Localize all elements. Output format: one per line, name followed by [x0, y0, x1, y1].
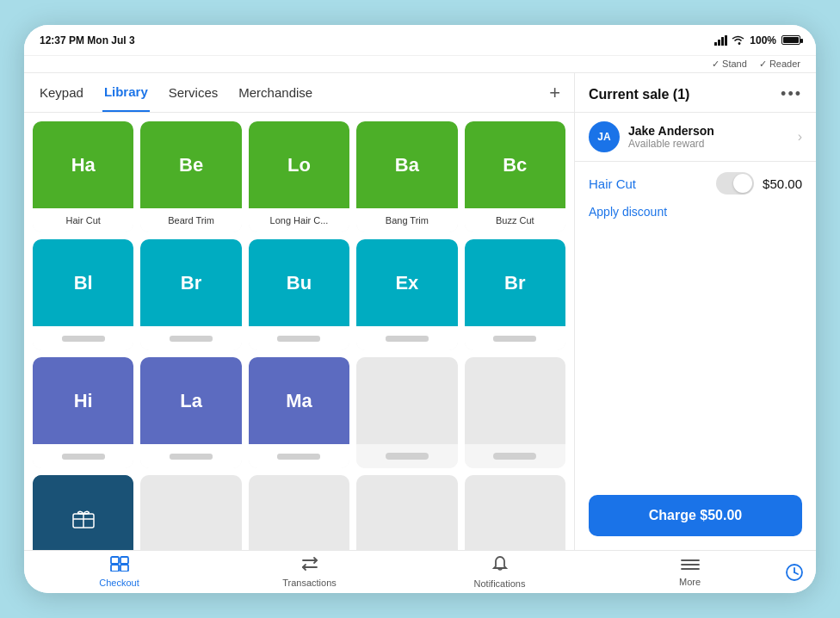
tab-keypad[interactable]: Keypad: [38, 73, 85, 112]
svg-rect-2: [721, 37, 724, 46]
svg-rect-12: [111, 557, 119, 564]
nav-transactions[interactable]: Transactions: [214, 556, 405, 588]
clock-icon: [785, 563, 804, 582]
nav-more[interactable]: More: [595, 557, 785, 587]
list-item[interactable]: Bc Buzz Cut: [465, 121, 565, 232]
current-sale-title: Current sale (1): [589, 87, 689, 102]
grid-row-specials: Gift cards: [33, 475, 565, 550]
nav-checkout[interactable]: Checkout: [24, 556, 214, 588]
list-item[interactable]: Hi: [33, 357, 133, 468]
stand-status: Stand: [712, 59, 747, 70]
more-options-button[interactable]: •••: [781, 85, 802, 103]
item-grid: Ha Hair Cut Be Beard Trim Lo Long Hair C…: [24, 113, 574, 550]
tab-merchandise[interactable]: Merchandise: [237, 73, 314, 112]
battery-icon: [781, 35, 800, 45]
customer-row[interactable]: JA Jake Anderson Available reward ›: [575, 113, 816, 162]
list-item[interactable]: Br: [140, 239, 241, 350]
left-panel: Keypad Library Services Merchandise + Ha…: [24, 73, 575, 550]
svg-rect-3: [725, 35, 727, 46]
svg-rect-14: [111, 565, 119, 572]
checkout-icon: [110, 556, 129, 576]
sale-item-row: Hair Cut $50.00: [589, 172, 802, 195]
status-bar: 12:37 PM Mon Jul 3 100%: [24, 25, 816, 56]
gift-card-icon: [70, 505, 97, 533]
nav-checkout-label: Checkout: [99, 578, 139, 588]
list-item[interactable]: Bl: [33, 239, 133, 350]
status-time: 12:37 PM Mon Jul 3: [40, 34, 135, 46]
bottom-nav: Checkout Transactions Notifications: [24, 550, 816, 593]
clock-button[interactable]: [785, 563, 816, 582]
customer-info: Jake Anderson Available reward: [628, 124, 798, 150]
customer-reward: Available reward: [628, 138, 798, 150]
sale-item-toggle[interactable]: [716, 172, 754, 195]
current-sale-header: Current sale (1) •••: [575, 73, 816, 113]
chevron-right-icon: ›: [798, 129, 802, 145]
more-icon: [681, 557, 700, 575]
nav-transactions-label: Transactions: [282, 578, 337, 588]
nav-more-label: More: [679, 577, 701, 587]
signal-icon: [714, 35, 728, 46]
gift-cards-button[interactable]: Gift cards: [33, 475, 133, 550]
list-item[interactable]: Bu: [249, 239, 349, 350]
list-item[interactable]: Ex: [356, 239, 457, 350]
list-item-empty: [356, 357, 457, 468]
list-item-empty: [249, 475, 349, 550]
customer-name: Jake Anderson: [628, 124, 798, 138]
list-item[interactable]: Lo Long Hair C...: [249, 121, 349, 232]
reader-status: Reader: [759, 59, 800, 70]
list-item-empty: [356, 475, 457, 550]
list-item[interactable]: Br: [465, 239, 565, 350]
apply-discount-button[interactable]: Apply discount: [589, 203, 802, 220]
list-item[interactable]: Ha Hair Cut: [33, 121, 133, 232]
sale-item-price: $50.00: [763, 176, 802, 191]
charge-button[interactable]: Charge $50.00: [589, 495, 802, 536]
add-tab-button[interactable]: +: [549, 82, 560, 104]
list-item[interactable]: Be Beard Trim: [140, 121, 241, 232]
nav-notifications-label: Notifications: [474, 578, 526, 589]
tab-library[interactable]: Library: [102, 73, 150, 112]
svg-line-21: [794, 572, 798, 574]
transactions-icon: [300, 556, 319, 576]
grid-row-3: Hi La Ma: [33, 357, 565, 468]
list-item-empty: [140, 475, 241, 550]
wifi-icon: [732, 35, 744, 46]
sale-item-name: Hair Cut: [589, 176, 707, 191]
main-content: Keypad Library Services Merchandise + Ha…: [24, 73, 816, 550]
svg-rect-1: [718, 40, 720, 46]
tab-services[interactable]: Services: [167, 73, 220, 112]
list-item-empty: [465, 357, 565, 468]
signal-icons: [714, 35, 744, 46]
avatar: JA: [589, 121, 620, 152]
battery-percent: 100%: [750, 34, 776, 46]
status-right: 100%: [714, 34, 800, 46]
sub-status-bar: Stand Reader: [24, 56, 816, 73]
tabs-bar: Keypad Library Services Merchandise +: [24, 73, 574, 113]
list-item[interactable]: Ma: [249, 357, 349, 468]
right-panel: Current sale (1) ••• JA Jake Anderson Av…: [575, 73, 816, 550]
list-item[interactable]: La: [140, 357, 241, 468]
svg-rect-0: [714, 42, 717, 46]
grid-row-2: Bl Br Bu Ex: [33, 239, 565, 350]
nav-notifications[interactable]: Notifications: [405, 555, 595, 589]
svg-rect-15: [120, 565, 128, 572]
list-item[interactable]: Ba Bang Trim: [356, 121, 457, 232]
notifications-icon: [491, 555, 509, 577]
list-item-empty: [465, 475, 565, 550]
grid-row-1: Ha Hair Cut Be Beard Trim Lo Long Hair C…: [33, 121, 565, 232]
device-frame: 12:37 PM Mon Jul 3 100%: [24, 25, 816, 593]
sale-items-list: Hair Cut $50.00 Apply discount: [575, 162, 816, 486]
svg-rect-13: [120, 557, 128, 564]
